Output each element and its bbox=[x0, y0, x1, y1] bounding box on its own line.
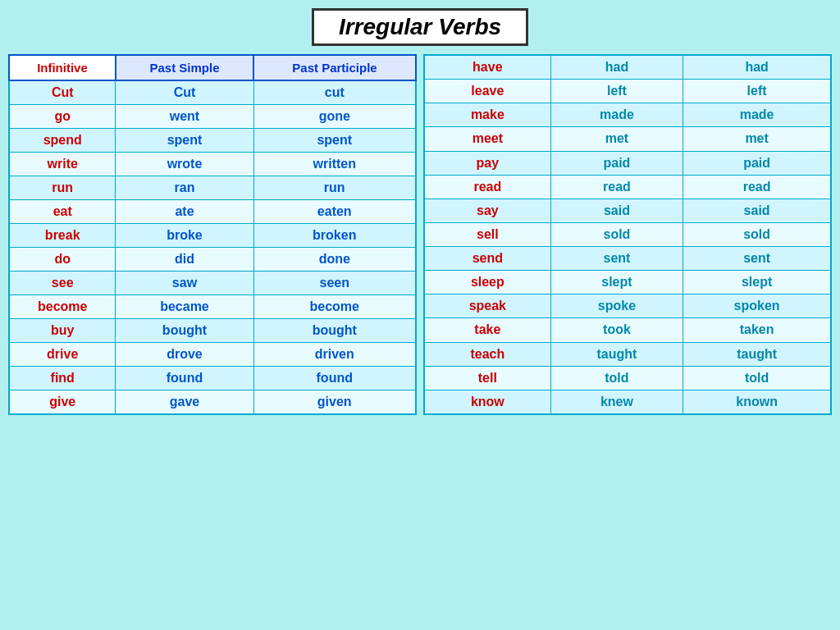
table-cell: went bbox=[116, 105, 253, 129]
table-cell: eaten bbox=[253, 200, 416, 224]
table-cell: written bbox=[253, 153, 416, 176]
table-cell: read bbox=[550, 175, 683, 199]
table-cell: seen bbox=[253, 272, 416, 295]
table-cell: spoken bbox=[683, 294, 831, 318]
page-title: Irregular Verbs bbox=[312, 8, 528, 46]
table-cell: knew bbox=[550, 390, 683, 414]
table-cell: told bbox=[683, 366, 831, 390]
table-cell: had bbox=[550, 55, 683, 80]
table-cell: done bbox=[253, 248, 416, 272]
table-row: meetmetmet bbox=[424, 127, 831, 151]
table-cell: found bbox=[253, 367, 416, 390]
table-cell: sleep bbox=[424, 271, 550, 294]
table-row: saysaidsaid bbox=[424, 199, 831, 222]
table-cell: know bbox=[424, 390, 550, 414]
table-cell: made bbox=[550, 103, 683, 127]
table-row: buyboughtbought bbox=[9, 319, 416, 343]
table-cell: bought bbox=[116, 319, 253, 343]
table-cell: pay bbox=[424, 151, 550, 175]
header-row: Infinitive Past Simple Past Participle bbox=[9, 55, 416, 80]
table-cell: go bbox=[9, 105, 116, 129]
table-cell: said bbox=[683, 199, 831, 222]
table-row: sendsentsent bbox=[424, 247, 831, 271]
table-cell: teach bbox=[424, 342, 550, 366]
table-cell: break bbox=[9, 224, 116, 248]
table-cell: given bbox=[253, 390, 416, 415]
table-row: breakbrokebroken bbox=[9, 224, 416, 248]
table-cell: had bbox=[683, 55, 831, 80]
table-row: dodiddone bbox=[9, 248, 416, 272]
table-cell: run bbox=[253, 176, 416, 200]
table-cell: see bbox=[9, 272, 116, 295]
table-cell: saw bbox=[116, 272, 253, 295]
title-container: Irregular Verbs bbox=[8, 8, 832, 46]
table-cell: eat bbox=[9, 200, 116, 224]
table-cell: said bbox=[550, 199, 683, 222]
table-cell: made bbox=[683, 103, 831, 127]
main-layout: Infinitive Past Simple Past Participle C… bbox=[8, 54, 832, 415]
table-row: teachtaughttaught bbox=[424, 342, 831, 366]
table-cell: gone bbox=[253, 105, 416, 129]
table-cell: found bbox=[116, 367, 253, 390]
table-cell: broke bbox=[116, 224, 253, 248]
table-cell: taught bbox=[550, 342, 683, 366]
table-cell: sold bbox=[550, 222, 683, 246]
table-cell: find bbox=[9, 367, 116, 390]
table-cell: taught bbox=[683, 342, 831, 366]
left-table: Infinitive Past Simple Past Participle C… bbox=[8, 54, 417, 415]
table-cell: cut bbox=[253, 80, 416, 105]
table-row: becomebecamebecome bbox=[9, 295, 416, 319]
table-cell: become bbox=[9, 295, 116, 319]
table-cell: left bbox=[683, 80, 831, 103]
table-row: makemademade bbox=[424, 103, 831, 127]
table-row: havehadhad bbox=[424, 55, 831, 80]
table-cell: spoke bbox=[550, 294, 683, 318]
table-cell: driven bbox=[253, 343, 416, 367]
table-cell: slept bbox=[550, 271, 683, 294]
table-cell: give bbox=[9, 390, 116, 415]
table-row: eatateeaten bbox=[9, 200, 416, 224]
table-cell: took bbox=[550, 318, 683, 342]
table-cell: taken bbox=[683, 318, 831, 342]
table-cell: met bbox=[550, 127, 683, 151]
table-row: leaveleftleft bbox=[424, 80, 831, 103]
table-cell: Cut bbox=[116, 80, 253, 105]
table-row: findfoundfound bbox=[9, 367, 416, 390]
table-cell: say bbox=[424, 199, 550, 222]
table-row: CutCutcut bbox=[9, 80, 416, 105]
table-cell: left bbox=[550, 80, 683, 103]
table-cell: did bbox=[116, 248, 253, 272]
table-cell: sent bbox=[550, 247, 683, 271]
table-row: speakspokespoken bbox=[424, 294, 831, 318]
table-cell: tell bbox=[424, 366, 550, 390]
table-cell: spent bbox=[253, 129, 416, 153]
table-row: givegavegiven bbox=[9, 390, 416, 415]
table-cell: drove bbox=[116, 343, 253, 367]
table-cell: meet bbox=[424, 127, 550, 151]
table-cell: read bbox=[683, 175, 831, 199]
table-cell: bought bbox=[253, 319, 416, 343]
table-row: paypaidpaid bbox=[424, 151, 831, 175]
table-cell: gave bbox=[116, 390, 253, 415]
table-cell: spent bbox=[116, 129, 253, 153]
table-row: runranrun bbox=[9, 176, 416, 200]
table-row: readreadread bbox=[424, 175, 831, 199]
right-table: havehadhadleaveleftleftmakemademademeetm… bbox=[423, 54, 832, 415]
table-cell: wrote bbox=[116, 153, 253, 176]
table-cell: spend bbox=[9, 129, 116, 153]
table-cell: sold bbox=[683, 222, 831, 246]
table-cell: do bbox=[9, 248, 116, 272]
table-row: drivedrovedriven bbox=[9, 343, 416, 367]
table-cell: become bbox=[253, 295, 416, 319]
table-cell: ran bbox=[116, 176, 253, 200]
table-cell: sell bbox=[424, 222, 550, 246]
table-cell: run bbox=[9, 176, 116, 200]
table-cell: send bbox=[424, 247, 550, 271]
table-row: knowknewknown bbox=[424, 390, 831, 414]
table-cell: broken bbox=[253, 224, 416, 248]
table-row: sellsoldsold bbox=[424, 222, 831, 246]
table-cell: buy bbox=[9, 319, 116, 343]
table-row: seesawseen bbox=[9, 272, 416, 295]
header-past-simple: Past Simple bbox=[116, 55, 253, 80]
table-cell: paid bbox=[550, 151, 683, 175]
